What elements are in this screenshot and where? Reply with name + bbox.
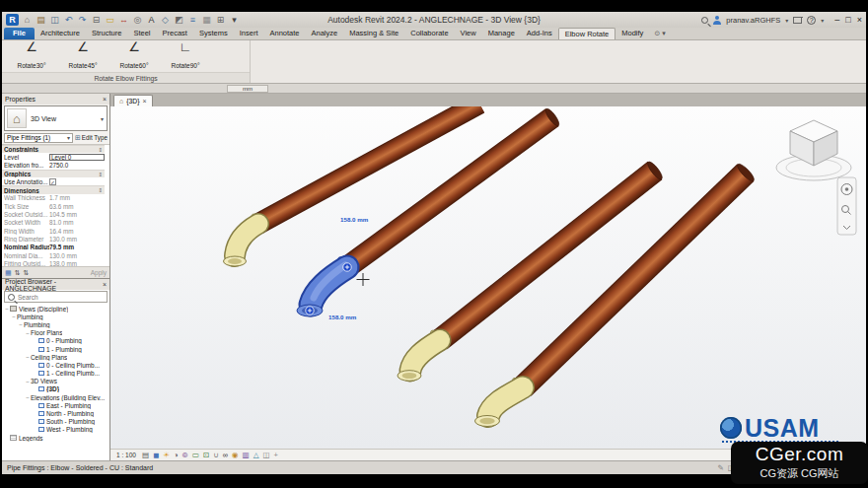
store-icon[interactable] (793, 18, 802, 24)
switch-windows-icon[interactable]: ⊞ (215, 14, 226, 26)
selection-handle-bottom[interactable] (306, 307, 314, 314)
temporary-view-properties-icon[interactable]: ▥ (243, 451, 250, 460)
tab-add-ins[interactable]: Add-Ins (521, 28, 558, 39)
property-value[interactable]: 16.4 mm (49, 228, 105, 235)
redo-icon[interactable]: ↷ (77, 14, 88, 26)
tree-item[interactable]: − Plumbing (2, 313, 105, 320)
drawing-canvas[interactable]: 158.0 mm 158.0 mm USAM (110, 106, 866, 449)
hide-analytical-model-icon[interactable]: △ (253, 451, 259, 460)
home-icon[interactable]: ⌂ (22, 14, 33, 26)
help-caret-icon[interactable]: ▾ (821, 17, 824, 24)
property-value[interactable]: 1.7 mm (49, 194, 105, 201)
tab-manage[interactable]: Manage (482, 28, 521, 39)
constraints-icon[interactable]: + (274, 451, 278, 460)
rotate60-button[interactable]: ∠ Rotate60° (112, 40, 156, 72)
tree-item[interactable]: 0 - Ceiling Plumb... (2, 361, 105, 369)
property-row[interactable]: Constraints (2, 145, 105, 153)
property-value[interactable]: 79.5 mm (49, 244, 105, 250)
tree-item[interactable]: {3D} (2, 385, 105, 393)
close-button[interactable]: × (857, 15, 862, 25)
property-row[interactable]: Elevation fro... 2750.0 (2, 162, 105, 170)
tag-icon[interactable]: ◎ (132, 14, 143, 26)
tree-item[interactable]: − Plumbing (2, 320, 105, 328)
rotate90-button[interactable]: ∟ Rotate90° (164, 40, 207, 72)
print-icon[interactable]: ⊟ (91, 14, 102, 26)
property-value[interactable]: 81.0 mm (49, 219, 105, 226)
sort-ascending-icon[interactable]: ⇅ (15, 269, 21, 277)
tab-precast[interactable]: Precast (157, 28, 193, 39)
selection-handle-top[interactable] (343, 263, 351, 271)
tree-item[interactable]: South - Plumbing (2, 418, 105, 426)
rotate30-button[interactable]: ∠ Rotate30° (10, 40, 53, 72)
navigation-bar[interactable] (837, 177, 856, 235)
tab-collaborate[interactable]: Collaborate (404, 28, 454, 39)
tree-item[interactable]: − Floor Plans (2, 329, 105, 337)
tree-item[interactable]: − Views (Discipline) (2, 305, 105, 313)
elbow-fitting-4[interactable] (475, 376, 532, 427)
element-filter-dropdown[interactable]: Pipe Fittings (1) ▾ (4, 133, 73, 143)
apply-button[interactable]: Apply (91, 269, 107, 276)
default-3d-view-icon[interactable]: ◇ (160, 14, 171, 26)
revit-app-icon[interactable]: R (6, 14, 19, 26)
dimension-label-bottom[interactable]: 158.0 mm (328, 314, 356, 320)
tab-architecture[interactable]: Architecture (35, 28, 86, 39)
property-row[interactable]: Wall Thickness 1.7 mm (2, 194, 105, 202)
help-icon[interactable]: ? (807, 16, 816, 25)
minimize-button[interactable]: – (834, 15, 839, 25)
sun-path-icon[interactable]: ☀ (163, 451, 170, 460)
measure-icon[interactable]: ▭ (105, 14, 115, 26)
pipe-2[interactable] (347, 107, 561, 267)
property-row[interactable]: Socket Outsid... 104.5 mm (2, 210, 105, 218)
tree-item[interactable]: − Elevations (Building Elev... (2, 393, 105, 401)
property-value[interactable]: Level 0 (49, 154, 105, 162)
tree-item[interactable]: 1 - Ceiling Plumb... (2, 370, 105, 378)
chevron-down-icon[interactable]: ▾ (101, 115, 104, 122)
tab-view[interactable]: View (455, 28, 482, 39)
rendering-dialog-icon[interactable]: ⊚ (181, 451, 187, 460)
thin-lines-icon[interactable]: ≡ (187, 14, 198, 26)
property-value[interactable]: 130.0 mm (49, 252, 105, 259)
tree-item[interactable]: − Ceiling Plans (2, 353, 105, 361)
tree-item[interactable]: East - Plumbing (2, 401, 105, 409)
close-inactive-windows-icon[interactable]: ▦ (201, 14, 212, 26)
worksets-icon[interactable]: ✎ (717, 463, 723, 472)
unlock-view-icon[interactable]: ∪ (213, 451, 219, 460)
properties-help-icon[interactable]: ▦ (5, 269, 12, 277)
property-row[interactable]: Nominal Radius 79.5 mm (2, 244, 105, 251)
unit-field[interactable]: mm (227, 85, 268, 93)
visual-style-icon[interactable]: ◼ (153, 451, 159, 460)
crop-view-icon[interactable]: ▭ (192, 451, 199, 460)
view-tab-3d[interactable]: ⌂ {3D} × (113, 95, 153, 106)
search-icon[interactable] (701, 17, 708, 24)
edit-type-button[interactable]: ⊞ Edit Type (75, 134, 108, 142)
property-row[interactable]: Use Annotatio... ✓ (2, 177, 105, 185)
property-value[interactable]: 130.0 mm (49, 236, 105, 243)
close-icon[interactable]: × (103, 96, 107, 103)
tree-item[interactable]: West - Plumbing (2, 426, 105, 434)
tab-elbow-rotate[interactable]: Elbow Rotate (558, 28, 616, 39)
user-menu-caret-icon[interactable]: ▾ (785, 17, 788, 24)
property-value[interactable]: 2750.0 (49, 162, 105, 169)
save-icon[interactable]: ◫ (49, 14, 60, 26)
reveal-hidden-elements-icon[interactable]: ◉ (232, 451, 239, 460)
elbow-fitting-selected[interactable] (297, 254, 355, 316)
tree-item[interactable]: Legends (2, 434, 105, 442)
property-row[interactable]: Fitting Outsid... 138.0 mm (2, 259, 105, 266)
dimension-label-top[interactable]: 158.0 mm (340, 216, 368, 223)
file-menu-button[interactable]: File (4, 28, 35, 39)
tree-item[interactable]: North - Plumbing (2, 409, 105, 417)
tree-item[interactable]: 0 - Plumbing (2, 337, 105, 345)
temporary-hide-isolate-icon[interactable]: ∞ (223, 451, 228, 460)
ribbon-cycle-icon[interactable]: ⊙ ▾ (649, 28, 670, 39)
view-scale-button[interactable]: 1 : 100 (116, 452, 136, 458)
property-row[interactable]: Ring Width 16.4 mm (2, 227, 105, 235)
elbow-fitting-3[interactable] (398, 328, 448, 381)
property-row[interactable]: Tick Size 63.6 mm (2, 202, 105, 210)
property-value[interactable]: 104.5 mm (49, 211, 105, 218)
property-value[interactable]: ✓ (49, 178, 56, 185)
aligned-dimension-icon[interactable]: ↔ (118, 14, 129, 26)
close-icon[interactable]: × (103, 281, 107, 288)
tab-modify[interactable]: Modify (615, 28, 649, 39)
maximize-button[interactable]: □ (845, 15, 850, 25)
property-row[interactable]: Dimensions (2, 185, 105, 193)
